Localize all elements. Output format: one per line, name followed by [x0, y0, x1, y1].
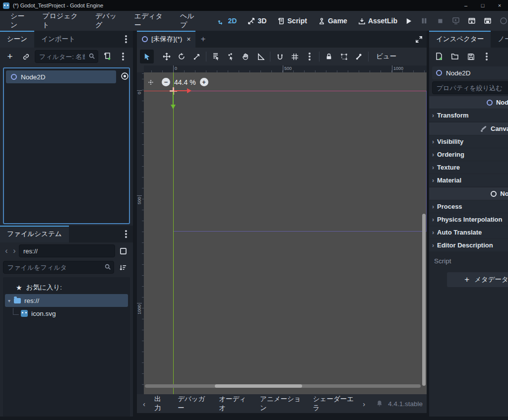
section-ordering[interactable]: › Ordering	[429, 148, 508, 161]
menu-help[interactable]: ヘルプ	[175, 9, 206, 33]
edit-pivot-button[interactable]	[224, 50, 238, 63]
instance-scene-button[interactable]	[19, 50, 33, 63]
workspace-game[interactable]: Game	[314, 14, 352, 27]
plus-icon: +	[464, 275, 469, 285]
stop-button[interactable]	[434, 14, 446, 27]
distraction-free-button[interactable]	[411, 31, 427, 48]
maximize-button[interactable]: □	[474, 0, 491, 11]
add-node-button[interactable]: +	[3, 50, 17, 63]
pause-button[interactable]	[418, 14, 431, 27]
panel-audio[interactable]: オーディオ	[214, 392, 253, 416]
save-resource-button[interactable]	[464, 50, 478, 63]
panels-scroll-right-button[interactable]: ›	[361, 400, 367, 408]
play-button[interactable]	[402, 14, 415, 27]
chevron-down-icon[interactable]: ▾	[8, 298, 14, 303]
filesystem-menu-button[interactable]	[119, 226, 133, 242]
play-scene-button[interactable]	[465, 14, 478, 27]
panel-output[interactable]: 出力	[149, 392, 171, 416]
nav-back-button[interactable]: ‹	[3, 246, 10, 255]
scale-mode-button[interactable]	[190, 50, 203, 63]
workspace-2d[interactable]: 2D	[213, 14, 241, 27]
group-button[interactable]	[337, 50, 351, 63]
workspace-script[interactable]: Script	[273, 14, 312, 27]
menu-project[interactable]: プロジェクト	[37, 9, 90, 33]
center-view-button[interactable]	[147, 78, 155, 86]
section-texture[interactable]: › Texture	[429, 161, 508, 174]
move-mode-button[interactable]	[160, 50, 174, 63]
add-metadata-button[interactable]: + メタデータを追加	[447, 272, 508, 287]
scene-tree-row-node2d[interactable]: Node2D	[6, 70, 116, 83]
filesystem-filter-input[interactable]	[3, 261, 114, 274]
panel-shader-editor[interactable]: シェーダーエラ	[308, 392, 359, 416]
play-custom-scene-button[interactable]	[481, 14, 494, 27]
panel-animation[interactable]: アニメーション	[255, 392, 306, 416]
menu-scene[interactable]: シーン	[5, 9, 37, 33]
section-transform[interactable]: › Transform	[429, 109, 508, 121]
tab-scene[interactable]: シーン	[0, 31, 34, 48]
zoom-out-button[interactable]: −	[162, 78, 170, 86]
menu-debug[interactable]: デバッグ	[90, 9, 129, 33]
zoom-in-button[interactable]: +	[200, 78, 208, 86]
lock-button[interactable]	[322, 50, 336, 63]
section-editor-description[interactable]: › Editor Description	[429, 239, 508, 251]
chevron-right-icon: ›	[432, 242, 434, 249]
canvas-surface[interactable]: − 44.4 % +	[144, 72, 427, 394]
tab-import[interactable]: インポート	[34, 31, 82, 48]
remote-play-button[interactable]	[449, 14, 462, 27]
horizontal-scrollbar[interactable]	[145, 384, 421, 388]
filesystem-row-icon-svg[interactable]: icon.svg	[3, 307, 130, 320]
panels-scroll-left-button[interactable]: ‹	[141, 400, 147, 408]
rotate-mode-button[interactable]	[175, 50, 189, 63]
workspace-assetlib[interactable]: AssetLib	[354, 14, 402, 27]
snap-options-button[interactable]	[303, 56, 317, 58]
sort-icon	[120, 264, 127, 271]
split-view-button[interactable]	[116, 244, 130, 258]
scene-dock-menu-button[interactable]	[119, 31, 133, 48]
ruler-corner	[137, 65, 144, 72]
pan-mode-button[interactable]	[239, 50, 253, 63]
attach-script-button[interactable]	[100, 50, 114, 63]
visibility-toggle[interactable]	[121, 72, 129, 80]
grid-snap-button[interactable]	[288, 50, 302, 63]
section-visibility[interactable]: › Visibility	[429, 135, 508, 148]
movie-maker-button[interactable]	[497, 14, 508, 27]
property-filter-input[interactable]	[432, 81, 508, 94]
skeleton-options-button[interactable]	[352, 50, 366, 63]
horizontal-scrollbar-thumb[interactable]	[215, 384, 302, 388]
list-select-button[interactable]	[209, 50, 223, 63]
zoom-level[interactable]: 44.4 %	[174, 78, 196, 86]
sort-files-button[interactable]	[116, 260, 130, 274]
grid-icon	[291, 53, 299, 60]
notifications-bell-icon[interactable]	[376, 400, 383, 407]
inspector-menu-button[interactable]	[480, 56, 494, 58]
nav-forward-button[interactable]: ›	[11, 246, 18, 255]
tab-node[interactable]: ノード	[491, 31, 508, 48]
tab-unsaved-scene[interactable]: [未保存](*) ×	[137, 31, 195, 48]
scene-tree: Node2D	[3, 67, 130, 224]
panel-debugger[interactable]: デバッガー	[173, 392, 212, 416]
smart-snap-button[interactable]	[273, 50, 287, 63]
section-material[interactable]: › Material	[429, 174, 508, 186]
new-resource-button[interactable]	[432, 50, 446, 63]
view-menu-button[interactable]: ビュー	[371, 50, 401, 63]
scene-tree-menu-button[interactable]	[116, 56, 130, 58]
menu-editor[interactable]: エディター	[129, 9, 175, 33]
section-auto-translate[interactable]: › Auto Translate	[429, 226, 508, 239]
ruler-mode-button[interactable]	[254, 50, 267, 63]
close-button[interactable]: ×	[491, 0, 508, 11]
section-process[interactable]: › Process	[429, 200, 508, 213]
filesystem-row-root[interactable]: ▾ res://	[5, 294, 128, 307]
path-input[interactable]	[19, 244, 115, 257]
load-resource-button[interactable]	[448, 50, 462, 63]
new-scene-tab-button[interactable]: +	[195, 31, 210, 48]
workspace-3d[interactable]: 3D	[243, 14, 271, 27]
gizmo-y-arrow[interactable]	[173, 92, 174, 105]
tab-inspector[interactable]: インスペクター	[429, 31, 491, 48]
vertical-scrollbar[interactable]	[422, 214, 426, 386]
close-tab-icon[interactable]: ×	[187, 35, 190, 43]
section-physics-interpolation[interactable]: › Physics Interpolation	[429, 213, 508, 226]
select-mode-button[interactable]	[140, 50, 154, 63]
tab-filesystem[interactable]: ファイルシステム	[0, 226, 69, 242]
minimize-button[interactable]: –	[457, 0, 474, 11]
gizmo-x-arrow[interactable]	[174, 90, 187, 91]
